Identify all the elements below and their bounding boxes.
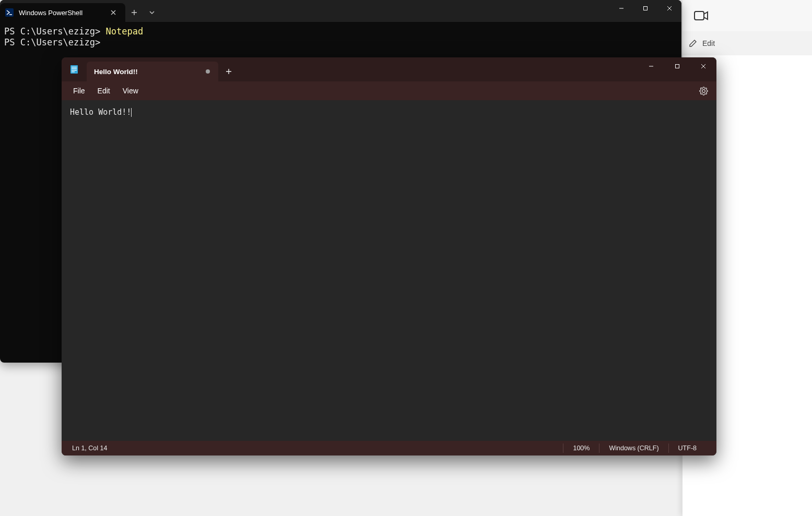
notepad-window: Hello World!! File Edit View — [62, 57, 716, 455]
notepad-statusbar: Ln 1, Col 14 100% Windows (CRLF) UTF-8 — [62, 441, 716, 455]
powershell-tab-close-button[interactable] — [109, 8, 118, 17]
notepad-app-icon — [62, 57, 87, 81]
notepad-titlebar-drag[interactable] — [239, 57, 638, 81]
editor-content: Hello World!! — [70, 107, 131, 117]
powershell-minimize-button[interactable] — [609, 0, 633, 17]
svg-rect-5 — [72, 68, 77, 69]
powershell-tab[interactable]: Windows PowerShell — [0, 3, 125, 22]
svg-rect-0 — [695, 11, 704, 20]
svg-rect-3 — [70, 65, 78, 74]
powershell-close-button[interactable] — [657, 0, 681, 17]
status-cursor-position: Ln 1, Col 14 — [72, 443, 116, 453]
menu-file[interactable]: File — [67, 83, 91, 98]
unsaved-changes-indicator-icon — [206, 69, 210, 74]
status-zoom[interactable]: 100% — [563, 443, 599, 453]
powershell-titlebar-drag[interactable] — [161, 0, 609, 22]
powershell-icon — [5, 8, 14, 17]
svg-rect-8 — [676, 65, 679, 68]
notepad-text-editor[interactable]: Hello World!! — [62, 100, 716, 441]
camera-icon — [694, 10, 709, 21]
status-line-ending[interactable]: Windows (CRLF) — [599, 443, 668, 453]
menu-view[interactable]: View — [116, 83, 145, 98]
powershell-tab-title: Windows PowerShell — [19, 9, 83, 17]
notepad-new-tab-button[interactable] — [218, 62, 239, 81]
notepad-titlebar[interactable]: Hello World!! — [62, 57, 716, 81]
background-window-titlebar — [682, 0, 812, 31]
notepad-maximize-button[interactable] — [664, 57, 690, 75]
edit-label[interactable]: Edit — [702, 39, 715, 47]
status-encoding[interactable]: UTF-8 — [668, 443, 706, 453]
svg-rect-2 — [644, 7, 648, 10]
gear-icon — [699, 87, 708, 95]
prompt-text: PS C:\Users\ezizg> — [4, 26, 105, 37]
svg-rect-6 — [72, 70, 77, 70]
powershell-new-tab-button[interactable] — [125, 3, 143, 22]
pencil-icon — [689, 39, 697, 47]
text-cursor-icon — [131, 108, 132, 117]
prompt-text: PS C:\Users\ezizg> — [4, 37, 105, 47]
powershell-maximize-button[interactable] — [633, 0, 657, 17]
svg-rect-7 — [72, 71, 75, 72]
svg-rect-4 — [72, 67, 77, 67]
notepad-close-button[interactable] — [690, 57, 716, 75]
notepad-menubar: File Edit View — [62, 81, 716, 100]
notepad-tab[interactable]: Hello World!! — [87, 62, 218, 81]
settings-button[interactable] — [696, 83, 711, 99]
notepad-tab-title: Hello World!! — [94, 68, 138, 76]
command-text: Notepad — [105, 26, 143, 37]
notepad-minimize-button[interactable] — [638, 57, 664, 75]
powershell-tab-dropdown-button[interactable] — [143, 3, 161, 22]
powershell-titlebar[interactable]: Windows PowerShell — [0, 0, 681, 22]
background-window-toolbar: Edit — [682, 31, 812, 55]
menu-edit[interactable]: Edit — [91, 83, 116, 98]
